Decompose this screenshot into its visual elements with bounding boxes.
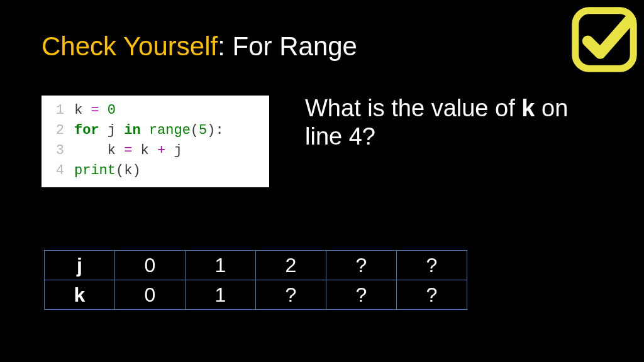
checkmark-box-icon xyxy=(570,5,639,74)
slide-title: Check Yourself: For Range xyxy=(42,31,357,62)
table-cell: 1 xyxy=(186,280,256,310)
table-row: j012?? xyxy=(45,251,467,280)
table-cell: ? xyxy=(326,251,397,280)
code-text: k = 0 xyxy=(74,101,116,121)
line-number: 3 xyxy=(48,141,64,161)
code-line: 4print(k) xyxy=(48,161,263,181)
table-cell: 2 xyxy=(256,251,326,280)
row-header: k xyxy=(45,280,115,310)
code-line: 1k = 0 xyxy=(48,101,263,121)
table-cell: ? xyxy=(256,280,326,310)
table-cell: ? xyxy=(397,251,467,280)
question-var: k xyxy=(521,95,535,121)
table-cell: 1 xyxy=(186,251,256,280)
line-number: 2 xyxy=(48,121,64,141)
code-line: 2for j in range(5): xyxy=(48,121,263,141)
code-line: 3 k = k + j xyxy=(48,141,263,161)
code-snippet: 1k = 02for j in range(5):3 k = k + j4pri… xyxy=(42,96,269,187)
table-cell: ? xyxy=(397,280,467,310)
line-number: 4 xyxy=(48,161,64,181)
trace-table: j012??k01??? xyxy=(44,250,467,310)
line-number: 1 xyxy=(48,101,64,121)
title-accent: Check Yourself xyxy=(42,31,218,61)
table-cell: ? xyxy=(326,280,397,310)
row-header: j xyxy=(45,251,115,280)
code-text: k = k + j xyxy=(74,141,182,161)
table-row: k01??? xyxy=(45,280,467,310)
table-cell: 0 xyxy=(115,280,186,310)
title-rest: : For Range xyxy=(218,31,357,61)
code-text: for j in range(5): xyxy=(74,121,224,141)
question-text: What is the value of k on line 4? xyxy=(305,94,601,151)
code-text: print(k) xyxy=(74,161,141,181)
table-cell: 0 xyxy=(115,251,186,280)
